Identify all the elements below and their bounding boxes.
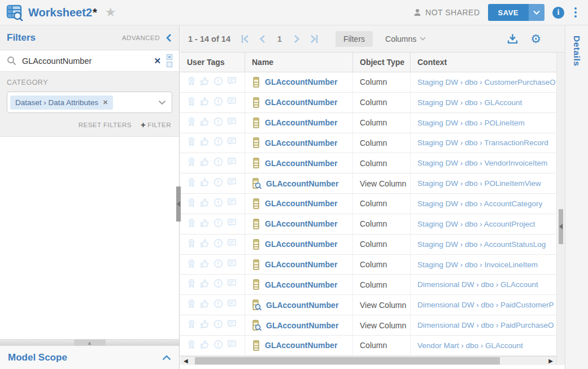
thumbs-up-icon[interactable] xyxy=(200,117,210,129)
model-scope-section[interactable]: Model Scope xyxy=(0,346,179,369)
chevron-up-icon[interactable] xyxy=(162,355,171,361)
table-row[interactable]: GLAccountNumberColumnDimensional DW › db… xyxy=(180,275,556,295)
alert-icon[interactable] xyxy=(214,76,223,88)
object-name-link[interactable]: GLAccountNumber xyxy=(265,341,337,350)
vertical-scrollbar-track[interactable] xyxy=(556,53,565,365)
award-icon[interactable] xyxy=(187,238,196,250)
table-row[interactable]: GLAccountNumberView ColumnStaging DW › d… xyxy=(180,173,556,194)
comment-icon[interactable] xyxy=(227,76,237,88)
thumbs-up-icon[interactable] xyxy=(200,157,210,169)
horizontal-scrollbar[interactable]: ◀ ▶ xyxy=(180,356,556,365)
award-icon[interactable] xyxy=(187,177,196,189)
alert-icon[interactable] xyxy=(214,177,223,189)
comment-icon[interactable] xyxy=(227,279,237,290)
award-icon[interactable] xyxy=(187,157,196,169)
award-icon[interactable] xyxy=(187,340,196,351)
comment-icon[interactable] xyxy=(227,319,237,331)
alert-icon[interactable] xyxy=(214,198,223,210)
object-name-link[interactable]: GLAccountNumber xyxy=(265,138,337,147)
thumbs-up-icon[interactable] xyxy=(200,218,210,230)
award-icon[interactable] xyxy=(187,117,196,129)
thumbs-up-icon[interactable] xyxy=(200,340,210,351)
filters-toggle-button[interactable]: Filters xyxy=(336,31,373,47)
prev-page-button[interactable] xyxy=(255,32,270,46)
award-icon[interactable] xyxy=(187,218,196,230)
award-icon[interactable] xyxy=(187,319,196,331)
comment-icon[interactable] xyxy=(227,97,237,108)
object-name-link[interactable]: GLAccountNumber xyxy=(265,118,337,127)
table-row[interactable]: GLAccountNumberColumnStaging DW › dbo › … xyxy=(180,235,556,255)
thumbs-up-icon[interactable] xyxy=(200,76,210,88)
object-name-link[interactable]: GLAccountNumber xyxy=(266,321,338,330)
thumbs-up-icon[interactable] xyxy=(200,137,210,149)
panel-resize-handle[interactable]: ▲ xyxy=(0,339,179,346)
scroll-right-icon[interactable]: ▶ xyxy=(548,358,553,364)
table-row[interactable]: GLAccountNumberView ColumnDimensional DW… xyxy=(180,295,556,315)
context-link[interactable]: Dimensional DW › dbo › GLAccount xyxy=(417,280,538,289)
header-object-type[interactable]: Object Type xyxy=(353,53,411,72)
thumbs-up-icon[interactable] xyxy=(200,97,210,108)
alert-icon[interactable] xyxy=(214,97,223,108)
award-icon[interactable] xyxy=(187,198,196,210)
favorite-star-icon[interactable]: ★ xyxy=(105,5,116,20)
alert-icon[interactable] xyxy=(214,319,223,331)
comment-icon[interactable] xyxy=(227,238,237,250)
award-icon[interactable] xyxy=(187,97,196,108)
table-row[interactable]: GLAccountNumberColumnStaging DW › dbo › … xyxy=(180,133,556,154)
comment-icon[interactable] xyxy=(227,218,237,230)
table-row[interactable]: GLAccountNumberColumnStaging DW › dbo › … xyxy=(180,153,556,173)
save-button[interactable]: SAVE xyxy=(488,4,529,21)
award-icon[interactable] xyxy=(187,76,196,88)
alert-icon[interactable] xyxy=(214,117,223,129)
comment-icon[interactable] xyxy=(227,117,237,129)
context-link[interactable]: Staging DW › dbo › TransactionRecord xyxy=(417,138,548,147)
comment-icon[interactable] xyxy=(227,157,237,169)
table-row[interactable]: GLAccountNumberColumnVendor Mart › dbo ›… xyxy=(180,336,556,356)
thumbs-up-icon[interactable] xyxy=(200,259,210,271)
current-page[interactable]: 1 xyxy=(272,34,287,44)
table-row[interactable]: GLAccountNumberColumnStaging DW › dbo › … xyxy=(180,93,556,113)
clear-search-icon[interactable]: ✕ xyxy=(154,56,161,66)
table-row[interactable]: GLAccountNumberColumnStaging DW › dbo › … xyxy=(180,255,556,275)
alert-icon[interactable] xyxy=(214,259,223,271)
object-name-link[interactable]: GLAccountNumber xyxy=(266,179,338,188)
table-row[interactable]: GLAccountNumberColumnStaging DW › dbo › … xyxy=(180,194,556,214)
alert-icon[interactable] xyxy=(214,279,223,290)
context-link[interactable]: Staging DW › dbo › VendorInvoiceItem xyxy=(417,159,547,167)
search-scope-icon[interactable] xyxy=(167,54,172,67)
table-row[interactable]: GLAccountNumberColumnStaging DW › dbo › … xyxy=(180,214,556,235)
collapse-filters-handle[interactable] xyxy=(176,186,181,222)
header-name[interactable]: Name xyxy=(245,53,353,72)
comment-icon[interactable] xyxy=(227,137,237,149)
context-link[interactable]: Staging DW › dbo › POLineItemView xyxy=(417,179,541,188)
object-name-link[interactable]: GLAccountNumber xyxy=(265,77,337,86)
object-name-link[interactable]: GLAccountNumber xyxy=(265,240,337,249)
object-name-link[interactable]: GLAccountNumber xyxy=(265,260,337,269)
add-filter-link[interactable]: + FILTER xyxy=(141,120,171,129)
settings-gear-icon[interactable]: ⚙ xyxy=(530,33,541,45)
context-link[interactable]: Staging DW › dbo › AccountProject xyxy=(417,220,535,228)
table-row[interactable]: GLAccountNumberColumnStaging DW › dbo › … xyxy=(180,113,556,133)
context-link[interactable]: Staging DW › dbo › CustomerPurchaseO xyxy=(417,78,556,86)
remove-chip-icon[interactable]: ✕ xyxy=(103,99,108,106)
alert-icon[interactable] xyxy=(214,137,223,149)
scroll-left-icon[interactable]: ◀ xyxy=(184,358,188,364)
context-link[interactable]: Staging DW › dbo › POLineItem xyxy=(417,119,525,127)
alert-icon[interactable] xyxy=(214,238,223,250)
category-dropdown[interactable]: Dataset › Data Attributes ✕ xyxy=(7,92,172,113)
alert-icon[interactable] xyxy=(214,299,223,311)
comment-icon[interactable] xyxy=(227,259,237,271)
award-icon[interactable] xyxy=(187,299,196,311)
context-link[interactable]: Staging DW › dbo › InvoiceLineItem xyxy=(417,261,538,269)
thumbs-up-icon[interactable] xyxy=(200,177,210,189)
thumbs-up-icon[interactable] xyxy=(200,319,210,331)
context-link[interactable]: Dimensional DW › dbo › PaidPurchaseO xyxy=(417,321,554,329)
table-row[interactable]: GLAccountNumberView ColumnDimensional DW… xyxy=(180,315,556,336)
reset-filters-link[interactable]: RESET FILTERS xyxy=(79,121,132,128)
object-name-link[interactable]: GLAccountNumber xyxy=(265,219,337,228)
thumbs-up-icon[interactable] xyxy=(200,279,210,290)
context-link[interactable]: Staging DW › dbo › AccountCategory xyxy=(417,199,542,208)
download-icon[interactable] xyxy=(507,33,518,44)
search-input[interactable]: GLAccountNumber xyxy=(22,57,148,66)
award-icon[interactable] xyxy=(187,259,196,271)
